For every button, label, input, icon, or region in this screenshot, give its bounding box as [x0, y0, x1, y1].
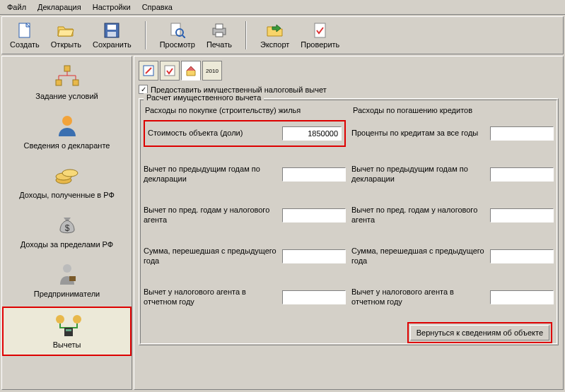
sidebar-label: Задание условий	[5, 92, 129, 100]
toolbar-save-label: Сохранить	[93, 40, 132, 49]
toolbar-print-label: Печать	[206, 40, 232, 49]
svg-rect-10	[216, 32, 223, 37]
groupbox-title: Расчет имущественного вычета	[144, 93, 264, 102]
coins-icon	[53, 162, 81, 188]
prev-years-decl-input[interactable]	[282, 167, 346, 182]
agent-current-row: Вычет у налогового агента в отчетном год…	[144, 284, 346, 311]
save-icon	[103, 22, 120, 39]
tab-year[interactable]: 2010	[202, 61, 222, 81]
carryover-input[interactable]	[282, 249, 346, 263]
back-to-object-button[interactable]: Вернуться к сведениям об объекте	[410, 325, 549, 340]
field-label: Вычет у налогового агента в отчетном год…	[351, 287, 486, 307]
svg-point-15	[62, 116, 72, 126]
credit-prev-decl-input[interactable]	[490, 167, 554, 182]
svg-rect-13	[56, 80, 62, 85]
svg-rect-4	[107, 32, 116, 37]
field-label: Вычет по пред. годам у налогового агента	[144, 206, 278, 225]
svg-rect-9	[216, 24, 223, 29]
content-pane: 2010 ✓ Предоставить имущественный налого…	[134, 56, 564, 390]
toolbar-export-label: Экспорт	[260, 40, 289, 49]
credit-carryover-input[interactable]	[490, 249, 554, 263]
sidebar-conditions[interactable]: Задание условий	[2, 59, 132, 106]
field-label: Проценты по кредитам за все годы	[351, 129, 486, 138]
toolbar-export[interactable]: Экспорт	[255, 20, 294, 51]
field-label: Вычет по предыдущим годам по декларации	[351, 165, 486, 184]
tab-house[interactable]	[181, 61, 201, 81]
sidebar: Задание условий Сведения о декларанте До…	[1, 56, 132, 390]
prev-years-agent-row: Вычет по пред. годам у налогового агента	[144, 202, 346, 229]
credit-agent-current-input[interactable]	[490, 290, 554, 304]
sidebar-label: Вычеты	[6, 340, 127, 349]
sidebar-label: Доходы за пределами РФ	[5, 240, 129, 249]
credit-prev-agent-input[interactable]	[490, 208, 554, 222]
menubar: Файл Декларация Настройки Справка	[0, 0, 565, 15]
credit-agent-current-row: Вычет у налогового агента в отчетном год…	[351, 284, 554, 311]
menu-help[interactable]: Справка	[138, 1, 177, 13]
prev-years-agent-input[interactable]	[282, 208, 346, 222]
svg-point-22	[56, 315, 64, 323]
sidebar-income-rf[interactable]: Доходы, полученные в РФ	[2, 158, 132, 205]
tab-check[interactable]	[160, 61, 180, 81]
svg-point-18	[62, 170, 78, 177]
svg-rect-21	[69, 276, 76, 281]
interest-input[interactable]	[490, 126, 554, 141]
svg-rect-24	[64, 328, 73, 336]
sidebar-label: Сведения о декларанте	[5, 141, 129, 150]
person-icon	[53, 113, 81, 138]
tabstrip: 2010	[139, 61, 559, 81]
printer-icon	[211, 22, 228, 39]
svg-rect-11	[315, 23, 325, 37]
new-file-icon	[16, 22, 33, 39]
sidebar-income-foreign[interactable]: $ Доходы за пределами РФ	[2, 208, 132, 254]
svg-rect-3	[107, 25, 116, 30]
sidebar-entrepreneurs[interactable]: Предприниматели	[2, 257, 132, 304]
sidebar-label: Предприниматели	[5, 290, 129, 298]
calc-groupbox: Расчет имущественного вычета Расходы по …	[139, 98, 559, 345]
credit-column: Расходы по погашению кредитов Проценты п…	[351, 106, 554, 340]
sidebar-label: Доходы, полученные в РФ	[5, 191, 129, 199]
carryover-row: Сумма, перешедшая с предыдущего года	[144, 243, 346, 270]
toolbar-preview[interactable]: Просмотр	[155, 20, 200, 51]
tab-year-label: 2010	[206, 68, 219, 74]
folder-open-icon	[57, 22, 74, 39]
moneybag-icon: $	[53, 212, 81, 237]
toolbar-preview-label: Просмотр	[160, 40, 195, 49]
field-label: Вычет у налогового агента в отчетном год…	[144, 287, 278, 307]
toolbar-print[interactable]: Печать	[202, 20, 237, 51]
svg-line-7	[182, 35, 185, 38]
svg-rect-12	[64, 66, 70, 71]
toolbar-create[interactable]: Создать	[5, 20, 45, 51]
menu-file[interactable]: Файл	[3, 1, 30, 13]
toolbar-check[interactable]: Проверить	[296, 20, 344, 51]
field-label: Сумма, перешедшая с предыдущего года	[144, 247, 278, 266]
provide-deduction-label: Предоставить имущественный налоговый выч…	[151, 85, 327, 94]
agent-current-input[interactable]	[282, 290, 346, 304]
menu-declaration[interactable]: Декларация	[33, 1, 86, 13]
magnifier-icon	[169, 22, 186, 39]
credit-carryover-row: Сумма, перешедшая с предыдущего года	[351, 243, 554, 270]
purchase-column: Расходы по покупке (строительству) жилья…	[144, 106, 346, 340]
export-icon	[267, 22, 284, 39]
sidebar-declarant[interactable]: Сведения о декларанте	[2, 109, 132, 155]
credit-prev-decl-row: Вычет по предыдущим годам по декларации	[351, 161, 554, 188]
svg-text:$: $	[64, 223, 69, 233]
object-cost-label: Стоимость объекта (доли)	[148, 129, 278, 138]
check-icon	[312, 22, 329, 39]
sidebar-deductions[interactable]: Вычеты	[2, 307, 132, 356]
tab-edit[interactable]	[139, 61, 158, 81]
field-label: Сумма, перешедшая с предыдущего года	[351, 247, 486, 266]
businessman-icon	[53, 261, 81, 287]
deductions-icon	[53, 312, 81, 338]
object-cost-input[interactable]	[282, 126, 342, 141]
field-label: Вычет по пред. годам у налогового агента	[351, 206, 486, 225]
prev-years-decl-row: Вычет по предыдущим годам по декларации	[144, 161, 346, 188]
toolbar-check-label: Проверить	[301, 40, 339, 49]
svg-rect-25	[66, 329, 71, 331]
toolbar-save[interactable]: Сохранить	[88, 20, 136, 51]
svg-rect-27	[165, 66, 175, 76]
credit-title: Расходы по погашению кредитов	[351, 106, 554, 114]
field-label: Вычет по предыдущим годам по декларации	[144, 165, 278, 184]
svg-point-23	[73, 315, 81, 323]
toolbar-open[interactable]: Открыть	[46, 20, 86, 51]
menu-settings[interactable]: Настройки	[88, 1, 135, 13]
